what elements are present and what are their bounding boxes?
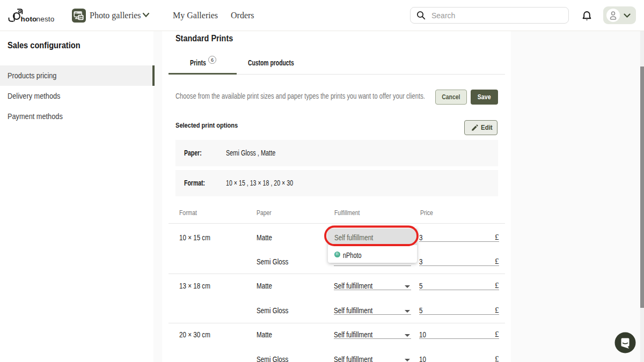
svg-text:hoto: hoto	[21, 15, 37, 23]
svg-text:nesto: nesto	[36, 15, 55, 23]
